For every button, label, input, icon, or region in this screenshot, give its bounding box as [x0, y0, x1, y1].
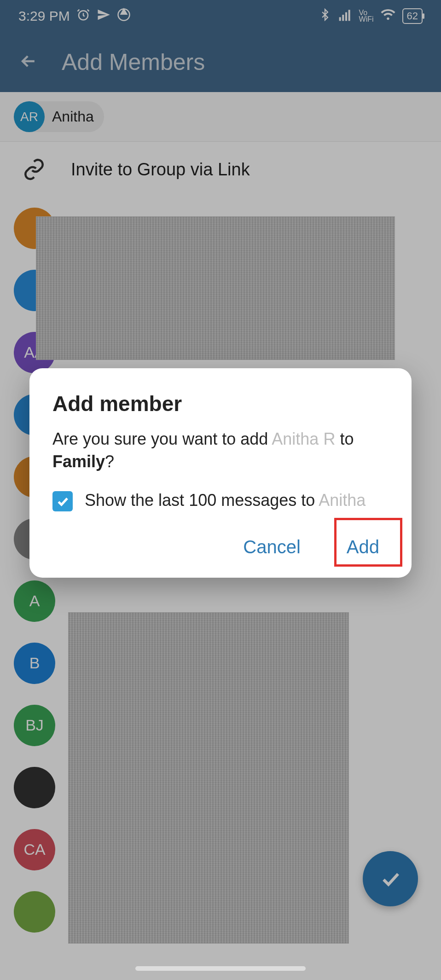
gesture-handle[interactable] [135, 966, 306, 971]
cancel-button[interactable]: Cancel [234, 530, 310, 564]
dialog-title: Add member [52, 391, 389, 416]
dialog-body: Are you sure you want to add Anitha R to… [52, 428, 389, 473]
annotation-highlight [334, 518, 402, 567]
add-member-dialog: Add member Are you sure you want to add … [29, 368, 412, 578]
modal-overlay[interactable]: Add member Are you sure you want to add … [0, 0, 441, 980]
show-history-row[interactable]: Show the last 100 messages to Anitha [52, 489, 389, 512]
checkbox-checked-icon[interactable] [52, 491, 73, 511]
